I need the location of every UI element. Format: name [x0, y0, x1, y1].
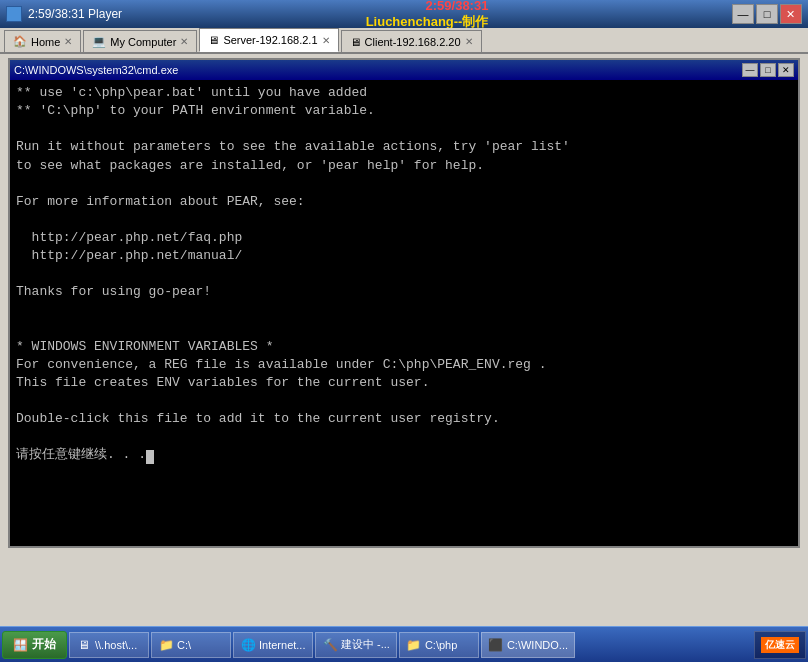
home-icon: 🏠: [13, 35, 27, 48]
minimize-button[interactable]: —: [732, 4, 754, 24]
title-bar-left: 2:59/38:31 Player: [6, 6, 122, 22]
close-button[interactable]: ✕: [780, 4, 802, 24]
cmd-minimize[interactable]: —: [742, 63, 758, 77]
cmd-spacer-7: [16, 392, 792, 410]
taskbar-tray: 亿速云: [754, 631, 806, 659]
maximize-button[interactable]: □: [756, 4, 778, 24]
taskbar-item-cphp[interactable]: 📁 C:\php: [399, 632, 479, 658]
tab-mycomputer[interactable]: 💻 My Computer ✕: [83, 30, 197, 52]
title-text: 2:59/38:31 Player: [28, 7, 122, 21]
taskbar-c-label: C:\: [177, 639, 191, 651]
cmd-line-13: 请按任意键继续. . .: [16, 446, 792, 464]
tab-mycomputer-label: My Computer: [110, 36, 176, 48]
tab-home[interactable]: 🏠 Home ✕: [4, 30, 81, 52]
cmd-spacer-3: [16, 211, 792, 229]
tab-client-close[interactable]: ✕: [465, 36, 473, 47]
cmd-line-8: Thanks for using go-pear!: [16, 283, 792, 301]
cmd-line-5: For more information about PEAR, see:: [16, 193, 792, 211]
taskbar-item-c[interactable]: 📁 C:\: [151, 632, 231, 658]
cmd-line-7: http://pear.php.net/manual/: [16, 247, 792, 265]
cmd-window: C:\WINDOWS\system32\cmd.exe — □ ✕ ** use…: [8, 58, 800, 548]
taskbar-item-host[interactable]: 🖥 \\.host\...: [69, 632, 149, 658]
cmd-content: ** use 'c:\php\pear.bat' until you have …: [10, 80, 798, 546]
host-icon: 🖥: [76, 637, 92, 653]
mycomputer-icon: 💻: [92, 35, 106, 48]
cmd-line-11: This file creates ENV variables for the …: [16, 374, 792, 392]
cmd-container: C:\WINDOWS\system32\cmd.exe — □ ✕ ** use…: [0, 54, 808, 626]
start-button[interactable]: 🪟 开始: [2, 631, 67, 659]
cmd-spacer-5: [16, 302, 792, 320]
cmd-title-text: C:\WINDOWS\system32\cmd.exe: [14, 64, 178, 76]
cmd-titlebar: C:\WINDOWS\system32\cmd.exe — □ ✕: [10, 60, 798, 80]
tab-home-label: Home: [31, 36, 60, 48]
tab-home-close[interactable]: ✕: [64, 36, 72, 47]
cmd-line-1: ** use 'c:\php\pear.bat' until you have …: [16, 84, 792, 102]
cmd-spacer-2: [16, 175, 792, 193]
taskbar-item-cmd[interactable]: ⬛ C:\WINDO...: [481, 632, 575, 658]
cmd-line-10: For convenience, a REG file is available…: [16, 356, 792, 374]
time-display: 2:59/38:31: [426, 0, 489, 13]
app-icon: [6, 6, 22, 22]
internet-icon: 🌐: [240, 637, 256, 653]
taskbar: 🪟 开始 🖥 \\.host\... 📁 C:\ 🌐 Internet... 🔨…: [0, 626, 808, 662]
start-label: 开始: [32, 636, 56, 653]
folder-php-icon: 📁: [406, 637, 422, 653]
taskbar-item-internet[interactable]: 🌐 Internet...: [233, 632, 313, 658]
cmd-maximize[interactable]: □: [760, 63, 776, 77]
client-icon: 🖥: [350, 36, 361, 48]
build-icon: 🔨: [322, 637, 338, 653]
cmd-spacer-1: [16, 120, 792, 138]
cmd-window-controls: — □ ✕: [742, 63, 794, 77]
cmd-spacer-8: [16, 428, 792, 446]
tab-server[interactable]: 🖥 Server-192.168.2.1 ✕: [199, 28, 338, 52]
cmd-close[interactable]: ✕: [778, 63, 794, 77]
cmd-spacer-4: [16, 265, 792, 283]
cmd-line-4: to see what packages are installed, or '…: [16, 157, 792, 175]
taskbar-item-build[interactable]: 🔨 建设中 -...: [315, 632, 397, 658]
taskbar-host-label: \\.host\...: [95, 639, 137, 651]
taskbar-internet-label: Internet...: [259, 639, 305, 651]
start-icon: 🪟: [13, 638, 28, 652]
taskbar-cphp-label: C:\php: [425, 639, 457, 651]
tab-client[interactable]: 🖥 Client-192.168.2.20 ✕: [341, 30, 482, 52]
tray-logo: 亿速云: [761, 637, 799, 653]
cmd-line-6: http://pear.php.net/faq.php: [16, 229, 792, 247]
taskbar-cmd-label: C:\WINDO...: [507, 639, 568, 651]
folder-c-icon: 📁: [158, 637, 174, 653]
cmd-line-3: Run it without parameters to see the ava…: [16, 138, 792, 156]
tab-bar: 🏠 Home ✕ 💻 My Computer ✕ 🖥 Server-192.16…: [0, 28, 808, 54]
main-content: 🏠 Home ✕ 💻 My Computer ✕ 🖥 Server-192.16…: [0, 28, 808, 626]
tab-mycomputer-close[interactable]: ✕: [180, 36, 188, 47]
tab-server-label: Server-192.168.2.1: [223, 34, 317, 46]
server-icon: 🖥: [208, 34, 219, 46]
cmd-spacer-6: [16, 320, 792, 338]
cursor-blink: [146, 450, 154, 464]
tab-server-close[interactable]: ✕: [322, 35, 330, 46]
title-bar: 2:59/38:31 Player 2:59/38:31 Liuchenchan…: [0, 0, 808, 28]
taskbar-build-label: 建设中 -...: [341, 637, 390, 652]
cmd-line-12: Double-click this file to add it to the …: [16, 410, 792, 428]
cmd-icon: ⬛: [488, 637, 504, 653]
cmd-line-2: ** 'C:\php' to your PATH environment var…: [16, 102, 792, 120]
tab-client-label: Client-192.168.2.20: [365, 36, 461, 48]
window-controls: — □ ✕: [732, 4, 802, 24]
title-right: 2:59/38:31 Liuchenchang--制作: [366, 0, 489, 31]
cmd-line-9: * WINDOWS ENVIRONMENT VARIABLES *: [16, 338, 792, 356]
